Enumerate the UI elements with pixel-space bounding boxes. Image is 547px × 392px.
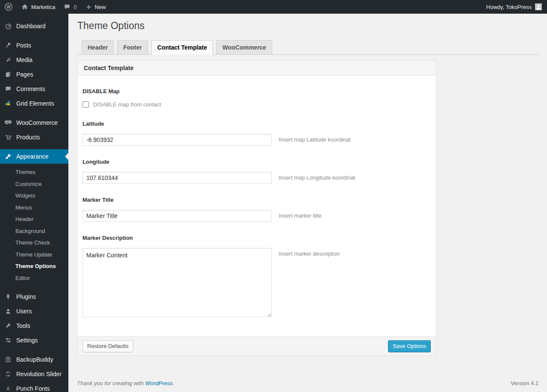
sidebar-item-users[interactable]: Users bbox=[0, 304, 68, 318]
footer-thanks-suffix: . bbox=[173, 380, 174, 386]
svg-text:Woo: Woo bbox=[6, 121, 10, 124]
longitude-input[interactable] bbox=[82, 172, 272, 184]
marker-description-label: Marker Description bbox=[82, 235, 431, 241]
marker-description-textarea[interactable]: Marker Content bbox=[82, 248, 272, 317]
avatar bbox=[535, 3, 542, 10]
submenu-item-customize[interactable]: Customize bbox=[0, 178, 68, 190]
marker-title-input[interactable] bbox=[82, 210, 272, 222]
panel-body: DISABLE Map DISABLE map from contact Lat… bbox=[77, 76, 436, 336]
pushpin-icon bbox=[4, 41, 12, 50]
tab-contact-template[interactable]: Contact Template bbox=[151, 40, 213, 55]
site-name-label: Marketica bbox=[31, 4, 55, 10]
account-menu[interactable]: Howdy, TokoPress bbox=[486, 3, 547, 10]
refresh-arrows-icon bbox=[4, 370, 12, 378]
sidebar-item-label: Comments bbox=[16, 85, 45, 92]
media-icon bbox=[4, 56, 12, 64]
sidebar-item-appearance[interactable]: Appearance bbox=[0, 149, 68, 164]
footer-thanks-prefix: Thank you for creating with bbox=[77, 380, 145, 386]
settings-sliders-icon bbox=[4, 336, 12, 345]
page-footer: Thank you for creating with WordPress. V… bbox=[77, 380, 538, 386]
tab-header[interactable]: Header bbox=[82, 40, 114, 54]
submenu-item-editor[interactable]: Editor bbox=[0, 272, 68, 284]
sidebar-item-dashboard[interactable]: Dashboard bbox=[0, 19, 68, 33]
panel-title: Contact Template bbox=[77, 61, 436, 76]
sidebar-item-plugins[interactable]: Plugins bbox=[0, 289, 68, 304]
submenu-item-background[interactable]: Background bbox=[0, 225, 68, 237]
sidebar-item-label: BackupBuddy bbox=[16, 356, 53, 363]
sidebar-item-pages[interactable]: Pages bbox=[0, 67, 68, 82]
new-content-menu[interactable]: New bbox=[81, 0, 110, 14]
wordpress-link[interactable]: WordPress bbox=[145, 380, 173, 386]
comments-menu[interactable]: 0 bbox=[59, 0, 81, 14]
version-label: Version 4.1 bbox=[511, 380, 538, 386]
sidebar-item-label: WooCommerce bbox=[16, 119, 58, 126]
sidebar-item-label: Media bbox=[16, 56, 32, 63]
tab-footer[interactable]: Footer bbox=[117, 40, 148, 54]
submenu-item-menus[interactable]: Menus bbox=[0, 202, 68, 214]
marker-title-row: Insert marker title bbox=[82, 210, 431, 222]
sidebar-item-woocommerce[interactable]: Woo WooCommerce bbox=[0, 115, 68, 130]
sidebar-item-label: Users bbox=[16, 308, 32, 315]
appearance-submenu: Themes Customize Widgets Menus Header Ba… bbox=[0, 164, 68, 289]
disable-map-checkbox[interactable] bbox=[82, 101, 89, 108]
admin-sidebar: Dashboard Posts Media Pages Comments Gri… bbox=[0, 14, 68, 392]
new-label: New bbox=[95, 4, 106, 10]
longitude-row: Insert map Longitude koordinat bbox=[82, 172, 431, 184]
contact-template-panel: Contact Template DISABLE Map DISABLE map… bbox=[77, 60, 436, 337]
sidebar-item-label: Dashboard bbox=[16, 23, 46, 29]
sidebar-item-label: Products bbox=[16, 134, 40, 141]
sidebar-item-grid-elements[interactable]: Grid Elements bbox=[0, 96, 68, 111]
marker-description-help: Insert marker description bbox=[279, 248, 340, 257]
sidebar-item-media[interactable]: Media bbox=[0, 53, 68, 67]
home-icon bbox=[21, 3, 28, 10]
sidebar-item-label: Pages bbox=[16, 71, 33, 78]
svg-text:A: A bbox=[6, 386, 10, 391]
sidebar-item-backupbuddy[interactable]: BackupBuddy bbox=[0, 352, 68, 367]
admin-bar: W Marketica 0 New Howdy, TokoPress bbox=[0, 0, 547, 14]
sidebar-item-revolution-slider[interactable]: Revolution Slider bbox=[0, 367, 68, 381]
svg-text:W: W bbox=[6, 5, 11, 9]
user-icon bbox=[4, 307, 12, 315]
main-content: Theme Options Header Footer Contact Temp… bbox=[68, 14, 547, 392]
sidebar-item-label: Punch Fonts bbox=[16, 385, 50, 392]
submenu-item-header[interactable]: Header bbox=[0, 213, 68, 225]
sidebar-item-label: Settings bbox=[16, 337, 38, 344]
disable-map-checkbox-label: DISABLE map from contact bbox=[93, 101, 161, 108]
disable-map-row: DISABLE map from contact bbox=[82, 101, 431, 108]
save-options-button[interactable]: Save Options bbox=[388, 340, 431, 352]
sidebar-item-comments[interactable]: Comments bbox=[0, 82, 68, 96]
tab-woocommerce[interactable]: WooCommerce bbox=[216, 40, 272, 54]
wordpress-logo-menu[interactable]: W bbox=[0, 0, 17, 14]
brush-icon bbox=[4, 152, 12, 161]
site-name-menu[interactable]: Marketica bbox=[17, 0, 59, 14]
cart-icon bbox=[4, 133, 12, 141]
submenu-item-themes[interactable]: Themes bbox=[0, 166, 68, 178]
page-title: Theme Options bbox=[77, 20, 538, 32]
submenu-item-theme-options[interactable]: Theme Options bbox=[0, 260, 68, 272]
sidebar-item-posts[interactable]: Posts bbox=[0, 38, 68, 53]
grid-elements-icon bbox=[4, 99, 12, 108]
restore-defaults-button[interactable]: Restore Defaults bbox=[82, 340, 133, 352]
wrench-icon bbox=[4, 321, 12, 330]
sidebar-item-tools[interactable]: Tools bbox=[0, 318, 68, 333]
latitude-help: Insert map Latitude koordinat bbox=[279, 134, 350, 143]
comments-icon bbox=[4, 85, 12, 93]
sidebar-item-label: Revolution Slider bbox=[16, 371, 62, 377]
sidebar-item-settings[interactable]: Settings bbox=[0, 333, 68, 348]
tab-bar: Header Footer Contact Template WooCommer… bbox=[77, 40, 538, 55]
footer-thanks: Thank you for creating with WordPress. bbox=[77, 380, 174, 386]
sidebar-item-label: Appearance bbox=[16, 153, 49, 160]
howdy-label: Howdy, TokoPress bbox=[486, 4, 532, 10]
latitude-input[interactable] bbox=[82, 134, 272, 146]
sidebar-item-punch-fonts[interactable]: A Punch Fonts bbox=[0, 381, 68, 392]
backupbuddy-icon bbox=[4, 355, 12, 364]
latitude-label: Latitude bbox=[82, 121, 431, 127]
submenu-item-theme-check[interactable]: Theme Check bbox=[0, 237, 68, 249]
plug-icon bbox=[4, 292, 12, 301]
longitude-help: Insert map Longitude koordinat bbox=[279, 172, 355, 181]
marker-title-help: Insert marker title bbox=[279, 210, 321, 219]
sidebar-item-label: Posts bbox=[16, 42, 31, 49]
submenu-item-theme-update[interactable]: Theme Update bbox=[0, 249, 68, 261]
submenu-item-widgets[interactable]: Widgets bbox=[0, 190, 68, 202]
sidebar-item-products[interactable]: Products bbox=[0, 130, 68, 144]
